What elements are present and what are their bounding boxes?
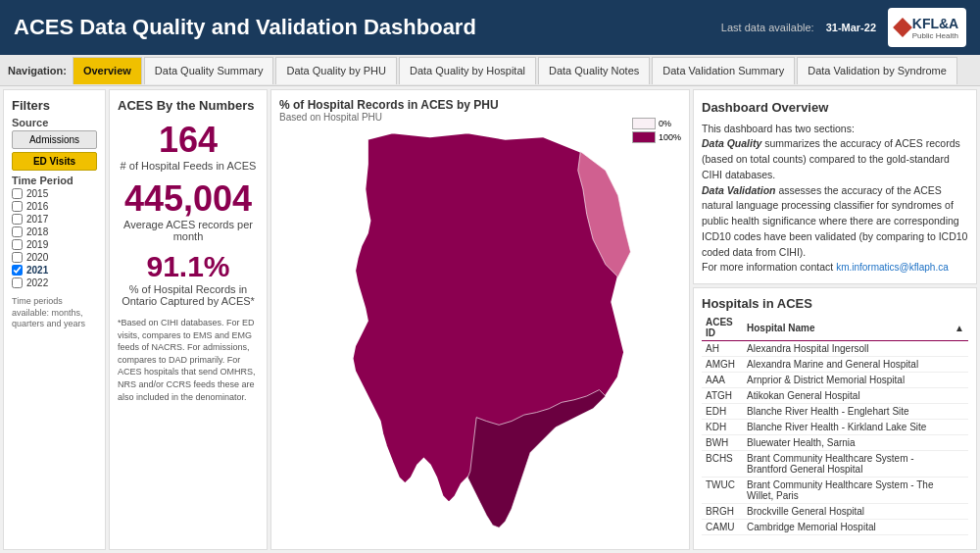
hospital-name: Brant Community Healthcare System - Bran… [743,451,951,478]
legend-100-label: 100% [659,132,681,142]
col-header-id: ACES ID [702,315,743,341]
legend-box-0 [632,118,656,129]
filters-panel: Filters Source Admissions ED Visits Time… [3,89,106,550]
table-row: EDHBlanche River Health - Englehart Site [702,404,968,420]
tab-dv-summary[interactable]: Data Validation Summary [652,57,795,84]
hospital-id: BRGH [702,504,743,520]
overview-panel: Dashboard Overview This dashboard has tw… [693,89,977,284]
table-row: TWUCBrant Community Healthcare System - … [702,478,968,504]
year-2020[interactable]: 2020 [12,252,97,263]
hospital-scroll-spacer [951,451,968,478]
overview-contact-text: For more information contact [702,261,836,273]
hospitals-panel: Hospitals in ACES ACES ID Hospital Name … [693,287,977,550]
hospital-id: AAA [702,373,743,388]
logo-subtext: Public Health [912,31,958,40]
hospital-id: CAMU [702,520,743,535]
overview-text: This dashboard has two sections: Data Qu… [702,122,968,276]
hospital-id: EDH [702,404,743,420]
hospital-scroll-spacer [951,388,968,404]
hospital-name: Bluewater Health, Sarnia [743,435,951,451]
numbers-title: ACES By the Numbers [118,98,259,113]
legend-0: 0% [632,118,681,129]
hospital-scroll-spacer [951,478,968,504]
map-subtitle: Based on Hospital PHU [279,112,681,123]
legend-0-label: 0% [659,119,671,128]
nav-label: Navigation: [8,65,67,76]
hospital-scroll-spacer [951,435,968,451]
table-row: AHAlexandra Hospital Ingersoll [702,341,968,357]
hospital-id: TWUC [702,478,743,504]
hospital-id: BWH [702,435,743,451]
hospital-scroll-spacer [951,420,968,435]
col-header-scroll: ▲ [951,315,968,341]
ed-visits-button[interactable]: ED Visits [12,152,97,171]
logo-text: KFL&A [912,16,958,31]
tab-dq-hospital[interactable]: Data Quality by Hospital [399,57,536,84]
hospital-name: Brockville General Hospital [743,504,951,520]
hospital-name: Blanche River Health - Kirkland Lake Sit… [743,420,951,435]
last-data-value: 31-Mar-22 [826,22,876,33]
hospital-name: Arnprior & District Memorial Hospital [743,373,951,388]
hospital-scroll-spacer [951,373,968,388]
stat1-label: # of Hospital Feeds in ACES [118,160,259,172]
year-2015[interactable]: 2015 [12,188,97,199]
tab-dv-syndrome[interactable]: Data Validation by Syndrome [797,57,957,84]
overview-text1: This dashboard has two sections: [702,123,855,134]
table-row: BWHBluewater Health, Sarnia [702,435,968,451]
hospital-id: AMGH [702,357,743,373]
admissions-button[interactable]: Admissions [12,130,97,149]
tab-dq-notes[interactable]: Data Quality Notes [538,57,650,84]
tab-dq-phu[interactable]: Data Quality by PHU [275,57,396,84]
hospital-name: Blanche River Health - Englehart Site [743,404,951,420]
overview-dv-label: Data Validation [702,184,775,196]
nav-bar: Navigation: Overview Data Quality Summar… [0,55,980,86]
hospital-id: KDH [702,420,743,435]
hospital-scroll-spacer [951,520,968,535]
overview-email-link[interactable]: km.informatics@kflaph.ca [836,262,949,273]
hospital-name: Alexandra Hospital Ingersoll [743,341,951,357]
hospitals-table: ACES ID Hospital Name ▲ AHAlexandra Hosp… [702,315,968,535]
numbers-panel: ACES By the Numbers 164 # of Hospital Fe… [109,89,268,550]
overview-title: Dashboard Overview [702,98,968,118]
year-2018[interactable]: 2018 [12,226,97,237]
logo-diamond [893,18,912,37]
tab-dq-summary[interactable]: Data Quality Summary [144,57,274,84]
filters-title: Filters [12,98,97,113]
hospitals-title: Hospitals in ACES [702,296,968,311]
hospital-name: Atikokan General Hospital [743,388,951,404]
year-2022[interactable]: 2022 [12,277,97,288]
table-row: CAMUCambridge Memorial Hospital [702,520,968,535]
hospital-name: Cambridge Memorial Hospital [743,520,951,535]
year-2016[interactable]: 2016 [12,201,97,212]
header: ACES Data Quality and Validation Dashboa… [0,0,980,55]
legend-box-100 [632,131,656,143]
tab-overview[interactable]: Overview [73,57,142,84]
hospital-scroll-spacer [951,341,968,357]
table-row: BRGHBrockville General Hospital [702,504,968,520]
hospital-id: ATGH [702,388,743,404]
year-2017[interactable]: 2017 [12,214,97,225]
numbers-footnote: *Based on CIHI databases. For ED visits,… [118,317,259,403]
table-row: AMGHAlexandra Marine and General Hospita… [702,357,968,373]
stat1-value: 164 [118,123,259,158]
map-panel: % of Hospital Records in ACES by PHU Bas… [270,89,690,550]
stat3-value: 91.1% [118,252,259,281]
hospital-scroll-spacer [951,404,968,420]
year-2019[interactable]: 2019 [12,239,97,250]
hospital-id: AH [702,341,743,357]
filter-note: Time periods available: months, quarters… [12,296,97,330]
hospital-name: Brant Community Healthcare System - The … [743,478,951,504]
year-2021[interactable]: 2021 [12,265,97,276]
page-title: ACES Data Quality and Validation Dashboa… [14,15,476,40]
stat3-label: % of Hospital Records in Ontario Capture… [118,283,259,307]
header-right: Last data available: 31-Mar-22 KFL&A Pub… [721,8,966,47]
overview-dq-label: Data Quality [702,137,761,149]
last-data-label: Last data available: [721,22,814,33]
stat2-value: 445,004 [118,181,259,217]
table-row: KDHBlanche River Health - Kirkland Lake … [702,420,968,435]
table-row: BCHSBrant Community Healthcare System - … [702,451,968,478]
ontario-map-svg [279,126,681,540]
logo: KFL&A Public Health [888,8,966,47]
right-panel: Dashboard Overview This dashboard has tw… [693,89,977,550]
table-row: AAAArnprior & District Memorial Hospital [702,373,968,388]
